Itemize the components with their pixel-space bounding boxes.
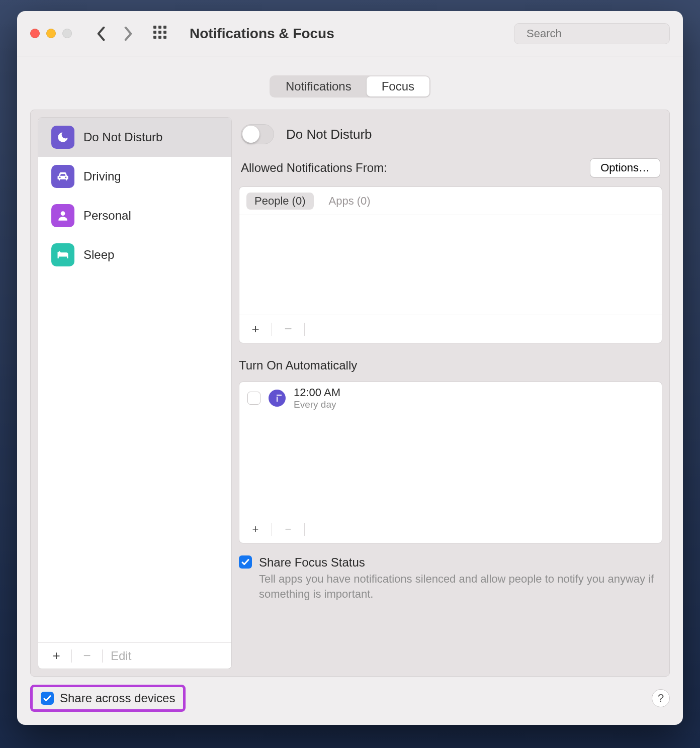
sidebar-item-label: Driving [83,169,121,183]
auto-time: 12:00 AM [294,386,340,399]
focus-sidebar: Do Not Disturb Driving Personal [38,117,232,669]
tab-focus[interactable]: Focus [367,76,429,97]
focus-mode-list: Do Not Disturb Driving Personal [38,118,231,642]
add-allowed-button[interactable]: + [248,321,262,337]
person-icon [51,204,74,227]
add-focus-button[interactable]: + [49,648,63,664]
check-icon [241,557,250,567]
car-icon [51,165,74,188]
toggle-knob [242,126,259,143]
dnd-toggle[interactable] [241,124,274,144]
sidebar-item-personal[interactable]: Personal [38,196,231,235]
auto-schedule-item[interactable]: 12:00 AM Every day [239,382,662,414]
close-window-button[interactable] [30,29,40,38]
window-controls [30,29,72,38]
focus-pane: Do Not Disturb Driving Personal [30,110,670,677]
sidebar-item-label: Do Not Disturb [83,130,162,144]
divider [71,649,72,663]
moon-icon [51,126,74,149]
auto-repeat: Every day [294,399,340,410]
allowed-list-footer: + − [239,315,662,343]
share-focus-status-checkbox[interactable] [239,555,252,569]
share-across-devices-row: Share across devices [30,685,186,712]
tab-notifications[interactable]: Notifications [271,76,367,97]
sidebar-item-dnd[interactable]: Do Not Disturb [38,118,231,157]
auto-schedule-checkbox[interactable] [247,392,260,405]
chevron-right-icon [124,27,133,41]
help-icon: ? [658,692,664,705]
allowed-label: Allowed Notifications From: [241,161,387,175]
svg-point-2 [61,211,65,216]
focus-detail: Do Not Disturb Allowed Notifications Fro… [239,117,662,669]
minimize-window-button[interactable] [46,29,56,38]
filter-tab-apps[interactable]: Apps (0) [321,193,379,210]
auto-schedule-text: 12:00 AM Every day [294,386,340,410]
allowed-listbox: People (0) Apps (0) + − [239,186,662,343]
zoom-window-button[interactable] [62,29,72,38]
share-focus-status-text: Share Focus Status Tell apps you have no… [259,555,662,601]
search-field[interactable] [514,23,670,44]
auto-list-body [239,414,662,515]
divider [272,323,272,336]
remove-focus-button[interactable]: − [80,648,94,664]
auto-list-footer: + − [239,515,662,543]
remove-allowed-button[interactable]: − [281,321,295,337]
content: Notifications Focus Do Not Disturb [17,56,683,725]
segmented-tabs: Notifications Focus [270,75,430,98]
sidebar-item-sleep[interactable]: Sleep [38,235,231,274]
share-across-devices-label: Share across devices [60,691,175,705]
nav-arrows [93,26,136,42]
sidebar-item-label: Sleep [83,248,114,262]
auto-section-label: Turn On Automatically [239,358,662,372]
edit-focus-button[interactable]: Edit [111,649,131,663]
detail-title: Do Not Disturb [286,127,372,142]
allowed-header-row: Allowed Notifications From: Options… [239,158,662,177]
sidebar-item-driving[interactable]: Driving [38,157,231,196]
share-focus-status-desc: Tell apps you have notifications silence… [259,572,662,601]
sidebar-footer: + − Edit [38,642,231,669]
search-input[interactable] [527,27,665,40]
svg-point-3 [59,253,61,255]
back-button[interactable] [93,26,109,42]
share-focus-status-row: Share Focus Status Tell apps you have no… [239,552,662,601]
options-button[interactable]: Options… [590,158,660,177]
bottom-row: Share across devices ? [30,685,670,712]
check-icon [43,694,52,703]
divider [102,649,103,663]
clock-icon [269,390,286,407]
filter-tab-people[interactable]: People (0) [246,193,314,210]
share-across-devices-checkbox[interactable] [41,692,54,705]
remove-schedule-button[interactable]: − [281,523,295,536]
divider [304,523,305,536]
bed-icon [51,243,74,266]
forward-button[interactable] [120,26,136,42]
show-all-button[interactable] [153,26,169,42]
allowed-list-body [239,215,662,315]
sidebar-item-label: Personal [83,209,131,223]
allowed-filter-tabs: People (0) Apps (0) [239,187,662,215]
preferences-window: Notifications & Focus Notifications Focu… [17,11,683,725]
divider [272,523,272,536]
window-title: Notifications & Focus [190,26,508,42]
chevron-left-icon [97,27,106,41]
dnd-toggle-row: Do Not Disturb [239,117,662,144]
auto-listbox: 12:00 AM Every day + − [239,382,662,543]
help-button[interactable]: ? [652,689,670,707]
divider [304,323,305,336]
share-focus-status-title: Share Focus Status [259,555,662,570]
add-schedule-button[interactable]: + [248,523,262,536]
titlebar: Notifications & Focus [17,11,683,56]
